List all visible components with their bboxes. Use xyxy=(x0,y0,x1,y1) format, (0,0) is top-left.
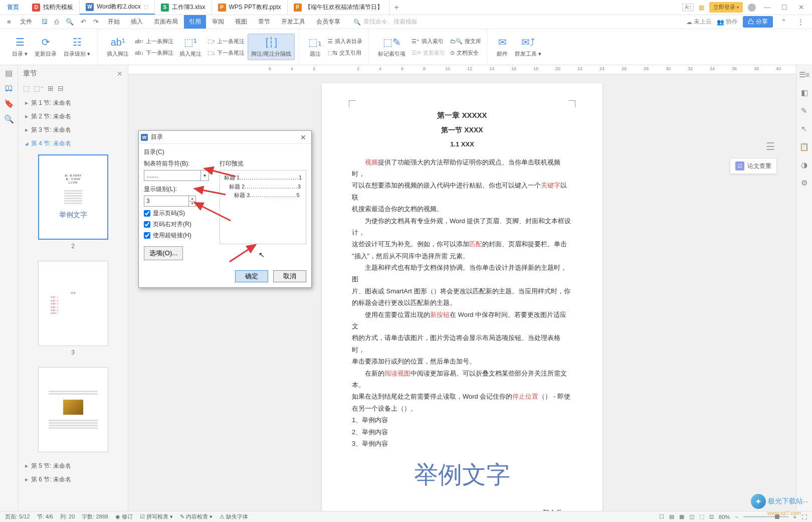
prev-footnote-button[interactable]: ab↑上一条脚注 xyxy=(133,37,175,46)
rail-select-icon[interactable]: ↖ xyxy=(801,124,807,133)
next-footnote-button[interactable]: ab↓下一条脚注 xyxy=(133,48,175,58)
menu-section[interactable]: 章节 xyxy=(253,15,275,29)
mail-button[interactable]: ✉邮件 xyxy=(494,34,511,60)
check-hyperlink[interactable]: 使用超链接(H) xyxy=(144,231,214,240)
menu-view[interactable]: 视图 xyxy=(230,15,252,29)
insert-footnote-button[interactable]: ab¹插入脚注 xyxy=(104,35,132,60)
document-page[interactable]: 第一章 XXXXX 第一节 XXXX 1.1 XXX 视频提供了功能强大的方法帮… xyxy=(322,83,602,511)
footnote-separator-button[interactable]: [┆]脚注/尾注分隔线 xyxy=(248,34,295,60)
zoom-slider[interactable] xyxy=(743,516,788,517)
chevron-down-icon[interactable]: ▼ xyxy=(200,170,209,181)
page-thumbnail-3[interactable]: 目录 标题1...1标题2...3标题3...5标题1...1标题2...3标题… xyxy=(38,261,108,346)
page-break-icon[interactable]: ⬚ xyxy=(23,84,30,92)
tab-home[interactable]: 首页 xyxy=(0,0,26,15)
login-button[interactable]: 立即登录▾ xyxy=(709,2,743,13)
collab-button[interactable]: 👥协作 xyxy=(717,18,738,26)
collapse-ribbon-icon[interactable]: ⌃ xyxy=(778,18,789,26)
menu-vip[interactable]: 会员专享 xyxy=(311,15,345,29)
add-after-icon[interactable]: ⊟ xyxy=(58,84,64,92)
insert-endnote-button[interactable]: ⬚¹插入尾注 xyxy=(176,34,205,60)
section-item-5[interactable]: ▶第 5 节: 未命名 xyxy=(22,459,124,473)
preview-icon[interactable]: 🔍 xyxy=(63,18,77,26)
plagiarism-check-chip[interactable]: ☑论文查重 xyxy=(730,158,777,174)
status-docchk[interactable]: ✎ 内容检查 ▾ xyxy=(180,513,213,520)
nav-close-icon[interactable]: ✕ xyxy=(117,70,123,78)
section-item-4[interactable]: ◢第 4 节: 未命名 xyxy=(22,137,124,150)
del-page-icon[interactable]: ⬚⁻ xyxy=(34,84,44,92)
view-focus-icon[interactable]: ⬚ xyxy=(699,513,704,520)
fullscreen-icon[interactable]: ⛶ xyxy=(801,514,807,520)
window-close-icon[interactable]: ✕ xyxy=(795,4,807,11)
menu-reference[interactable]: 引用 xyxy=(184,15,206,29)
menu-layout[interactable]: 页面布局 xyxy=(149,15,183,29)
section-item-6[interactable]: ▶第 6 节: 未命名 xyxy=(22,473,124,486)
caption-button[interactable]: ⬚₁题注 xyxy=(305,34,325,60)
rail-book-icon[interactable]: 🕮 xyxy=(5,84,13,93)
collapse-panel-icon[interactable]: ☰ xyxy=(766,140,775,152)
status-track-icon[interactable]: ◉ 修订 xyxy=(115,513,133,520)
menu-hamburger-icon[interactable]: ≡ xyxy=(4,18,14,26)
status-page[interactable]: 页面: 5/12 xyxy=(5,513,30,520)
file-tab-template[interactable]: D找稻壳模板 xyxy=(26,0,80,15)
view-read-icon[interactable]: ◫ xyxy=(689,513,694,520)
level-spinner[interactable]: 3▲▼ xyxy=(144,196,196,207)
rail-clipboard-icon[interactable]: 📋 xyxy=(799,142,809,151)
menu-dev[interactable]: 开发工具 xyxy=(276,15,310,29)
insert-index-button[interactable]: ☰⁺插入索引 xyxy=(410,37,447,46)
tab-add-button[interactable]: + xyxy=(389,3,404,12)
status-missfont[interactable]: ⚠ 缺失字体 xyxy=(220,513,248,520)
rail-bookmark-icon[interactable]: 🔖 xyxy=(4,99,14,108)
page-thumbnail-4[interactable] xyxy=(38,367,108,452)
search-lib-button[interactable]: 🗀🔍搜文库 xyxy=(448,37,483,46)
rail-settings-icon[interactable]: ⚙ xyxy=(801,179,807,188)
more-icon[interactable]: ⋮ xyxy=(794,18,807,26)
zoom-value[interactable]: 80% xyxy=(719,514,730,520)
section-item-2[interactable]: ▶第 2 节: 未命名 xyxy=(22,110,124,123)
cancel-button[interactable]: 取消 xyxy=(273,270,306,282)
status-section[interactable]: 节: 4/6 xyxy=(37,513,53,520)
spin-down-icon[interactable]: ▼ xyxy=(189,202,195,207)
menu-review[interactable]: 审阅 xyxy=(207,15,229,29)
view-outline-icon[interactable]: ▦ xyxy=(679,513,684,520)
save-icon[interactable]: 🖫 xyxy=(38,18,51,26)
close-icon[interactable]: ⬚ xyxy=(144,4,148,10)
menu-insert[interactable]: 插入 xyxy=(126,15,148,29)
file-tab-ppt2[interactable]: P【端午狂欢祝福浓情满节日】 xyxy=(288,0,389,15)
toc-button[interactable]: ☰目录 ▾ xyxy=(9,34,31,60)
menu-start[interactable]: 开始 xyxy=(103,15,125,29)
horizontal-ruler[interactable]: 642246810121416182022242628303234363840 xyxy=(128,65,796,74)
minimize-icon[interactable]: — xyxy=(761,4,773,11)
check-show-page[interactable]: 显示页码(S) xyxy=(144,209,214,218)
doc-secure-button[interactable]: ⊙文档安全 xyxy=(448,48,483,58)
dialog-close-icon[interactable]: ✕ xyxy=(298,133,308,141)
page-thumbnail-2[interactable]: 第一章 XXXXX第一节 XXXX1.1 XXX 举例文字 xyxy=(38,154,108,240)
cloud-status[interactable]: ☁未上云 xyxy=(686,18,712,26)
spin-up-icon[interactable]: ▲ xyxy=(189,196,195,202)
update-toc-button[interactable]: ⟳更新目录 xyxy=(32,34,60,60)
rail-style-icon[interactable]: ◧ xyxy=(801,88,808,97)
undo-icon[interactable]: ↶ xyxy=(78,18,89,26)
section-item-1[interactable]: ▶第 1 节: 未命名 xyxy=(22,96,124,110)
file-tab-excel[interactable]: S工作簿3.xlsx xyxy=(155,0,212,15)
rail-translate-icon[interactable]: ◑ xyxy=(801,160,807,169)
section-item-3[interactable]: ▶第 3 节: 未命名 xyxy=(22,123,124,137)
rail-pen-icon[interactable]: ✎ xyxy=(801,106,807,115)
zoom-fit-icon[interactable]: ⊡ xyxy=(709,513,714,520)
screenshot-icon[interactable]: A□ xyxy=(682,4,694,11)
ok-button[interactable]: 确定 xyxy=(235,270,268,282)
redo-icon[interactable]: ↷ xyxy=(90,18,102,26)
add-before-icon[interactable]: ⊞ xyxy=(48,84,54,92)
insert-figtoc-button[interactable]: ☰插入表目录 xyxy=(326,37,364,46)
prev-endnote-button[interactable]: ⬚↑上一条尾注 xyxy=(206,37,247,46)
dialog-titlebar[interactable]: W 目录 ✕ xyxy=(139,131,311,144)
view-page-icon[interactable]: ☐ xyxy=(659,513,664,520)
leader-combo[interactable]: .......▼ xyxy=(144,170,209,181)
print-icon[interactable]: ⎙ xyxy=(52,18,62,26)
view-web-icon[interactable]: ▤ xyxy=(669,513,674,520)
options-button[interactable]: 选项(O)... xyxy=(144,246,183,260)
file-tab-ppt1[interactable]: PWPS PPT教程.pptx xyxy=(212,0,288,15)
status-charcount[interactable]: 字数: 2868 xyxy=(82,513,108,520)
mark-index-button[interactable]: ⬚✎标记索引项 xyxy=(375,34,409,60)
rail-thumbnail-icon[interactable]: ▤ xyxy=(5,68,13,78)
maximize-icon[interactable]: ☐ xyxy=(778,4,790,11)
